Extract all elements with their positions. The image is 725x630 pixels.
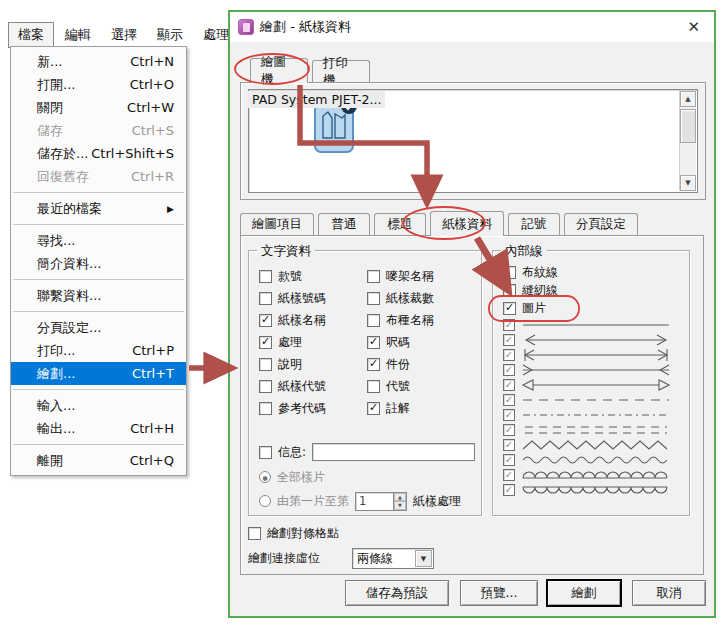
checkbox-box[interactable]: ✓ (503, 409, 515, 421)
checkbox-box[interactable] (259, 402, 272, 415)
line-style-row[interactable]: ✓ (503, 377, 672, 392)
menubar-item-select[interactable]: 選擇 (102, 23, 146, 47)
scroll-up-icon[interactable]: ▲ (680, 91, 696, 107)
tab-piece-info[interactable]: 紙樣資料 (430, 211, 504, 236)
menu-item-contact-info[interactable]: 聯繫資料... (11, 284, 186, 307)
checkbox-marker-name[interactable]: 嘜架名稱 (367, 265, 434, 287)
radio-circle[interactable]: ● (259, 471, 271, 483)
connect-gap-select[interactable]: 兩條線 ▼ (352, 548, 434, 569)
line-style-row[interactable]: ✓ (503, 317, 672, 332)
menu-item-page-setup[interactable]: 分頁設定... (11, 316, 186, 339)
menubar-item-edit[interactable]: 編輯 (56, 23, 100, 47)
tab-printer[interactable]: 打印機 (312, 60, 370, 83)
checkbox-box[interactable] (248, 527, 261, 540)
plotter-item-label[interactable]: PAD System PJET-2... (248, 91, 385, 108)
radio-piece-range[interactable]: 由第一片至第 1 ▲ ▼ 紙樣處理 (259, 491, 477, 511)
menu-item-open[interactable]: 打開... Ctrl+O (11, 73, 186, 96)
menu-item-close[interactable]: 關閉 Ctrl+W (11, 96, 186, 119)
checkbox-box[interactable] (259, 358, 272, 371)
spinner-up-icon[interactable]: ▲ (394, 493, 406, 502)
checkbox-piece-cut-qty[interactable]: 紙樣裁數 (367, 287, 434, 309)
radio-circle[interactable] (259, 495, 271, 507)
dialog-titlebar[interactable]: 繪劃 - 紙樣資料 ✕ (230, 12, 714, 42)
tab-marks[interactable]: 記號 (508, 213, 560, 235)
checkbox-treatment[interactable]: ✓ 處理 (259, 331, 326, 353)
line-style-row[interactable]: ✓ (503, 347, 672, 362)
tab-plot-items[interactable]: 繪圖項目 (240, 213, 314, 235)
checkbox-size[interactable]: ✓ 呎碼 (367, 331, 434, 353)
cancel-button[interactable]: 取消 (632, 580, 706, 606)
line-style-row[interactable]: ✓ (503, 467, 672, 482)
checkbox-reference-code[interactable]: 參考代碼 (259, 397, 326, 419)
checkbox-box[interactable] (503, 266, 516, 279)
menu-item-export[interactable]: 輸出... Ctrl+H (11, 417, 186, 440)
scroll-down-icon[interactable]: ▼ (680, 175, 696, 191)
line-style-row[interactable]: ✓ (503, 332, 672, 347)
checkbox-box[interactable] (367, 380, 380, 393)
checkbox-piece-name[interactable]: ✓ 紙樣名稱 (259, 309, 326, 331)
checkbox-box[interactable]: ✓ (367, 358, 380, 371)
checkbox-annotation[interactable]: ✓ 註解 (367, 397, 434, 419)
checkbox-box[interactable]: ✓ (367, 336, 380, 349)
line-style-row[interactable]: ✓ (503, 392, 672, 407)
checkbox-box[interactable]: ✓ (503, 454, 515, 466)
checkbox-message[interactable]: 信息: (259, 441, 475, 463)
spinner-down-icon[interactable]: ▼ (394, 501, 406, 510)
radio-all-pieces[interactable]: ● 全部樣片 (259, 467, 325, 487)
checkbox-box[interactable]: ✓ (367, 402, 380, 415)
checkbox-box[interactable]: ✓ (503, 334, 515, 346)
spinner-arrows[interactable]: ▲ ▼ (393, 493, 406, 510)
menubar-item-file[interactable]: 檔案 (8, 22, 54, 48)
checkbox-piece-number[interactable]: 紙樣號碼 (259, 287, 326, 309)
checkbox-box[interactable] (259, 292, 272, 305)
line-style-row[interactable]: ✓ (503, 452, 672, 467)
checkbox-box[interactable]: ✓ (259, 314, 272, 327)
menu-item-save-as[interactable]: 儲存於... Ctrl+Shift+S (11, 142, 186, 165)
menu-item-import[interactable]: 輸入... (11, 394, 186, 417)
tab-header[interactable]: 標題 (374, 213, 426, 235)
checkbox-box[interactable]: ✓ (503, 349, 515, 361)
checkbox-box[interactable]: ✓ (503, 302, 516, 315)
menu-item-profile-info[interactable]: 簡介資料... (11, 252, 186, 275)
checkbox-box[interactable] (367, 314, 380, 327)
plotter-list-scrollbar[interactable]: ▲ ▼ (679, 91, 696, 191)
save-as-default-button[interactable]: 儲存為預設 (345, 580, 449, 606)
menu-item-plot[interactable]: 繪劃... Ctrl+T (11, 362, 186, 385)
checkbox-box[interactable]: ✓ (503, 394, 515, 406)
checkbox-code[interactable]: 代號 (367, 375, 434, 397)
checkbox-box[interactable]: ✓ (503, 379, 515, 391)
message-input[interactable] (312, 443, 475, 461)
plot-button[interactable]: 繪劃 (547, 580, 621, 606)
checkbox-description[interactable]: 說明 (259, 353, 326, 375)
checkbox-box[interactable]: ✓ (259, 336, 272, 349)
menu-item-quit[interactable]: 離開 Ctrl+Q (11, 449, 186, 472)
line-style-row[interactable]: ✓ (503, 362, 672, 377)
checkbox-box[interactable]: ✓ (503, 484, 515, 496)
checkbox-quantity[interactable]: ✓ 件份 (367, 353, 434, 375)
checkbox-grain-line[interactable]: 布紋線 (503, 263, 672, 281)
line-style-row[interactable]: ✓ (503, 407, 672, 422)
line-style-row[interactable]: ✓ (503, 482, 672, 497)
menu-item-find[interactable]: 尋找... (11, 229, 186, 252)
spinner-value[interactable]: 1 (356, 493, 393, 510)
checkbox-box[interactable] (367, 292, 380, 305)
checkbox-style-no[interactable]: 款號 (259, 265, 326, 287)
checkbox-fabric-name[interactable]: 布種名稱 (367, 309, 434, 331)
checkbox-box[interactable] (503, 284, 516, 297)
checkbox-box[interactable]: ✓ (503, 364, 515, 376)
checkbox-box[interactable] (259, 446, 272, 459)
piece-range-spinner[interactable]: 1 ▲ ▼ (355, 492, 407, 511)
tab-page-split[interactable]: 分頁設定 (564, 213, 638, 235)
checkbox-sew-line[interactable]: 縫紉線 (503, 281, 672, 299)
menubar-item-view[interactable]: 顯示 (148, 23, 192, 47)
checkbox-box[interactable]: ✓ (503, 424, 515, 436)
close-icon[interactable]: ✕ (681, 16, 706, 38)
menu-item-new[interactable]: 新... Ctrl+N (11, 50, 186, 73)
line-style-row[interactable]: ✓ (503, 422, 672, 437)
checkbox-box[interactable] (367, 270, 380, 283)
tab-plotter[interactable]: 繪圖機 (250, 58, 308, 83)
line-style-row[interactable]: ✓ (503, 437, 672, 452)
menu-item-print[interactable]: 打印... Ctrl+P (11, 339, 186, 362)
checkbox-plot-stripe-points[interactable]: 繪劃對條格點 (248, 524, 339, 542)
checkbox-box[interactable]: ✓ (503, 319, 515, 331)
